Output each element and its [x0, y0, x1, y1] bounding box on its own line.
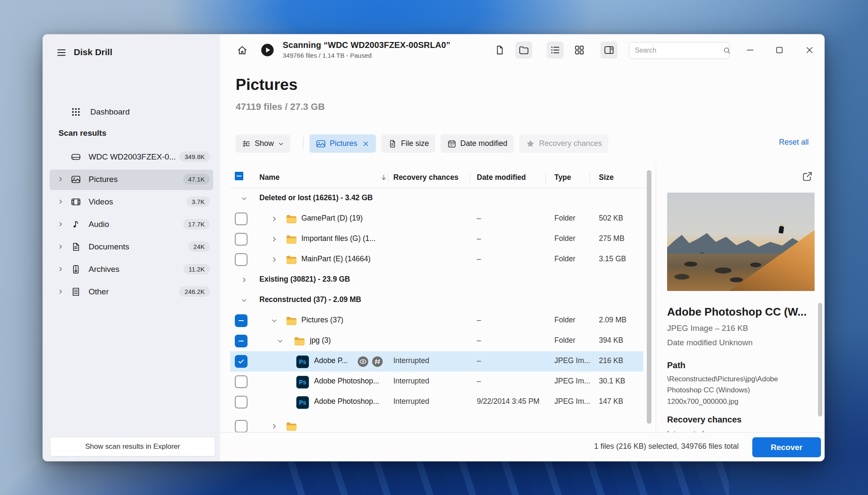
column-header-size[interactable]: Size: [599, 173, 614, 182]
chevron-down-icon[interactable]: [276, 337, 284, 345]
chevron-right-icon[interactable]: [57, 221, 64, 227]
sidebar-item-wdc-wd2003fzex-0[interactable]: WDC WD2003FZEX-0...349.8K: [50, 147, 213, 168]
show-scan-results-in-explorer-button[interactable]: Show scan results in Explorer: [50, 437, 215, 456]
preview-panel: Adobe Photoshop CC (W... JPEG Image – 21…: [656, 163, 825, 432]
file-name: Adobe Photoshop...: [314, 397, 379, 406]
new-session-icon[interactable]: [491, 42, 508, 59]
search-input[interactable]: [635, 47, 723, 54]
filter-chip-recovery-chances[interactable]: Recovery chances: [519, 134, 608, 153]
group-row-deleted-or-lost-16261-3-42-gb[interactable]: Deleted or lost (16261) - 3.42 GB: [230, 188, 643, 209]
checkbox-indeterminate[interactable]: [235, 335, 248, 347]
file-row-mainpart-e-14664[interactable]: MainPart (E) (14664)–Folder3.15 GB: [230, 249, 643, 270]
folder-icon: [285, 233, 298, 246]
file-row-adobe-p[interactable]: PsAdobe P...Interrupted–JPEG Im...216 KB: [230, 351, 643, 372]
cell-recovery: Interrupted: [393, 377, 429, 386]
sidebar-item-videos[interactable]: Videos3.7K: [50, 192, 213, 213]
checkbox-unchecked[interactable]: [235, 396, 248, 408]
list-view-button[interactable]: [547, 42, 564, 59]
file-icon: [388, 139, 397, 148]
chevron-right-icon[interactable]: [57, 176, 64, 182]
group-label: Reconstructed (37) - 2.09 MB: [259, 295, 361, 304]
file-row-important-files-g-1[interactable]: Important files (G) (1...–Folder275 MB: [230, 229, 643, 249]
open-external-icon[interactable]: [800, 169, 815, 184]
file-row-gamepart-d-19[interactable]: GamePart (D) (19)–Folder502 KB: [230, 209, 643, 229]
file-row-pictures-37[interactable]: Pictures (37)–Folder2.09 MB: [230, 310, 643, 331]
file-name: Important files (G) (1...: [301, 234, 376, 243]
cell-type: JPEG Im...: [554, 397, 590, 406]
file-row-jpg-3[interactable]: jpg (3)–Folder394 KB: [230, 331, 643, 351]
column-header-type[interactable]: Type: [554, 173, 571, 182]
recover-button[interactable]: Recover: [752, 437, 821, 457]
page-title: Pictures: [236, 76, 298, 94]
grid-view-button[interactable]: [571, 42, 588, 59]
folder-view-button[interactable]: [515, 42, 532, 59]
cell-type: Folder: [554, 254, 576, 263]
column-header-recovery[interactable]: Recovery chances: [393, 173, 459, 182]
file-row-item[interactable]: [230, 416, 643, 432]
chevron-right-icon[interactable]: [57, 243, 64, 250]
maximize-button[interactable]: [770, 41, 789, 59]
file-row-adobe-photoshop[interactable]: PsAdobe Photoshop...Interrupted9/22/2014…: [230, 392, 643, 412]
page-subtitle: 47119 files / 27.3 GB: [236, 101, 325, 112]
column-header-date[interactable]: Date modified: [477, 173, 526, 182]
chevron-right-icon[interactable]: [57, 288, 64, 295]
close-icon[interactable]: [362, 140, 370, 148]
search-icon: [723, 46, 731, 55]
close-button[interactable]: [800, 41, 819, 59]
chip-label: Recovery chances: [539, 139, 602, 148]
chevron-right-icon[interactable]: [270, 235, 278, 243]
cell-date: –: [477, 234, 481, 243]
file-name: Adobe P...: [314, 356, 348, 365]
panel-scrollbar[interactable]: [818, 303, 822, 417]
checkbox-unchecked[interactable]: [235, 253, 248, 266]
resume-scan-button[interactable]: [259, 42, 276, 59]
toggle-preview-panel-button[interactable]: [601, 42, 618, 59]
dashboard-icon: [71, 107, 81, 117]
checkbox-unchecked[interactable]: [235, 420, 248, 432]
chevron-right-icon[interactable]: [270, 422, 278, 430]
select-all-checkbox[interactable]: [235, 172, 243, 180]
reset-all-link[interactable]: Reset all: [779, 138, 809, 147]
chevron-down-icon: [278, 140, 284, 147]
group-row-reconstructed-37-2-09-mb[interactable]: Reconstructed (37) - 2.09 MB: [230, 290, 643, 310]
checkbox-checked[interactable]: [235, 355, 248, 368]
psd-icon: Ps: [296, 396, 309, 409]
sidebar-item-documents[interactable]: Documents24K: [50, 237, 213, 257]
sidebar-item-label: Archives: [89, 265, 120, 274]
filter-chip-file-size[interactable]: File size: [381, 134, 435, 153]
chevron-right-icon[interactable]: [270, 215, 278, 223]
chevron-right-icon[interactable]: [57, 199, 64, 205]
filter-chip-pictures[interactable]: Pictures: [309, 134, 376, 153]
sidebar-item-audio[interactable]: Audio17.7K: [50, 215, 213, 235]
checkbox-unchecked[interactable]: [235, 213, 248, 225]
sidebar-item-other[interactable]: Other246.2K: [50, 282, 213, 302]
chevron-down-icon[interactable]: [240, 296, 248, 304]
chevron-down-icon[interactable]: [240, 195, 248, 202]
group-row-existing-30821-23-9-gb[interactable]: Existing (30821) - 23.9 GB: [230, 270, 643, 290]
checkbox-unchecked[interactable]: [235, 375, 248, 388]
sidebar-item-pictures[interactable]: Pictures47.1K: [50, 170, 213, 190]
column-header-name[interactable]: Name: [259, 173, 280, 182]
cell-size: 502 KB: [599, 214, 623, 223]
checkbox-indeterminate[interactable]: [235, 314, 248, 327]
hamburger-menu-icon[interactable]: [54, 45, 69, 60]
filter-chip-date-modified[interactable]: Date modified: [441, 134, 514, 153]
home-button[interactable]: [234, 42, 250, 59]
show-filter-button[interactable]: Show: [236, 134, 290, 153]
chevron-right-icon[interactable]: [240, 276, 248, 284]
chevron-right-icon[interactable]: [270, 256, 278, 263]
preview-image[interactable]: [667, 193, 815, 291]
table-scrollbar[interactable]: [647, 170, 652, 430]
chevron-down-icon[interactable]: [270, 317, 278, 324]
minimize-button[interactable]: [741, 41, 760, 59]
chip-label: File size: [401, 139, 429, 148]
cell-size: 275 MB: [599, 234, 624, 243]
sort-descending-icon[interactable]: [380, 173, 388, 182]
file-row-adobe-photoshop[interactable]: PsAdobe Photoshop...Interrupted–JPEG Im.…: [230, 372, 643, 392]
sidebar-item-archives[interactable]: Archives11.2K: [50, 260, 213, 280]
checkbox-unchecked[interactable]: [235, 233, 248, 246]
scan-titleblock: Scanning “WDC WD2003FZEX-00SRLA0” 349766…: [283, 40, 451, 59]
cell-size: 2.09 MB: [599, 316, 626, 324]
chevron-right-icon[interactable]: [57, 266, 64, 272]
sidebar-item-dashboard[interactable]: Dashboard: [64, 102, 213, 122]
